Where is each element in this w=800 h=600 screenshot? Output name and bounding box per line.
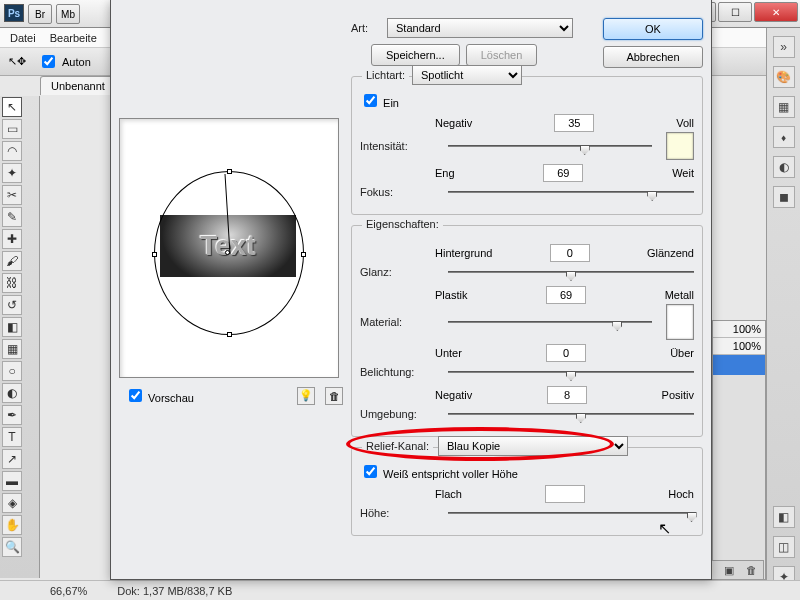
marquee-tool-icon[interactable]: ▭ [2,119,22,139]
texture-channel-select[interactable]: Blau Kopie [438,436,628,456]
properties-label: Eigenschaften: [362,218,443,230]
swatches-panel-icon[interactable]: ▦ [773,96,795,118]
heal-tool-icon[interactable]: ✚ [2,229,22,249]
texture-group: Relief-Kanal: Blau Kopie Weiß entspricht… [351,447,703,536]
channels-panel-icon[interactable]: ◫ [773,536,795,558]
ambient-color-swatch[interactable] [666,304,694,340]
trash-icon[interactable]: 🗑 [325,387,343,405]
crop-tool-icon[interactable]: ✂ [2,185,22,205]
brush-tool-icon[interactable]: 🖌 [2,251,22,271]
ambience-slider[interactable] [448,404,694,424]
shape-tool-icon[interactable]: ▬ [2,471,22,491]
preview-canvas[interactable]: Text [119,118,339,378]
delete-button[interactable]: Löschen [466,44,538,66]
stamp-tool-icon[interactable]: ⛓ [2,273,22,293]
move-tool-icon[interactable]: ↖ [2,97,22,117]
svg-line-0 [225,174,230,254]
layers-mini-panel: 100% 100% [712,320,766,580]
zoom-tool-icon[interactable]: 🔍 [2,537,22,557]
menu-file[interactable]: Datei [10,32,36,44]
auto-select-label: Auton [62,56,91,68]
masks-panel-icon[interactable]: ◼ [773,186,795,208]
status-bar: 66,67% Dok: 1,37 MB/838,7 KB [0,580,800,600]
white-high-checkbox[interactable]: Weiß entspricht voller Höhe [360,468,518,480]
hand-tool-icon[interactable]: ✋ [2,515,22,535]
intensity-slider[interactable] [448,136,652,156]
lasso-tool-icon[interactable]: ◠ [2,141,22,161]
style-label: Art: [351,22,381,34]
minibridge-badge[interactable]: Mb [56,4,80,24]
document-tab[interactable]: Unbenannt [40,76,116,95]
ambience-value[interactable]: 8 [547,386,587,404]
gloss-slider[interactable] [448,262,694,282]
maximize-button[interactable]: ☐ [718,2,752,22]
gloss-label: Glanz: [360,266,440,278]
save-button[interactable]: Speichern... [371,44,460,66]
focus-slider[interactable] [448,182,694,202]
height-value[interactable]: 100 [545,485,585,503]
material-label: Material: [360,316,440,328]
pen-tool-icon[interactable]: ✒ [2,405,22,425]
intensity-value[interactable]: 35 [554,114,594,132]
light-type-group: Lichtart: Spotlicht Ein Negativ35Voll In… [351,76,703,215]
expand-panels-icon[interactable]: » [773,36,795,58]
on-checkbox[interactable]: Ein [360,97,399,109]
tools-panel: ↖ ▭ ◠ ✦ ✂ ✎ ✚ 🖌 ⛓ ↺ ◧ ▦ ○ ◐ ✒ T ↗ ▬ ◈ ✋ … [0,96,40,578]
light-type-label: Lichtart: [362,69,409,81]
type-tool-icon[interactable]: T [2,427,22,447]
eraser-tool-icon[interactable]: ◧ [2,317,22,337]
material-slider[interactable] [448,312,652,332]
light-ellipse[interactable] [154,171,304,335]
style-select[interactable]: Standard [387,18,573,38]
right-panel-dock: » 🎨 ▦ ⬧ ◐ ◼ ◧ ◫ ✦ [766,28,800,588]
texture-label: Relief-Kanal: [362,440,433,452]
color-panel-icon[interactable]: 🎨 [773,66,795,88]
focus-value[interactable]: 69 [543,164,583,182]
intensity-label: Intensität: [360,140,440,152]
move-tool-icon[interactable]: ↖✥ [8,55,26,68]
new-layer-icon[interactable]: ▣ [721,563,737,577]
gloss-value[interactable]: 0 [550,244,590,262]
blur-tool-icon[interactable]: ○ [2,361,22,381]
path-tool-icon[interactable]: ↗ [2,449,22,469]
focus-right-label: Weit [672,167,694,179]
material-value[interactable]: 69 [546,286,586,304]
exposure-label: Belichtung: [360,366,440,378]
menu-edit[interactable]: Bearbeite [50,32,97,44]
light-color-swatch[interactable] [666,132,694,160]
lightbulb-icon[interactable]: 💡 [297,387,315,405]
intensity-left-label: Negativ [435,117,472,129]
focus-label: Fokus: [360,186,440,198]
wand-tool-icon[interactable]: ✦ [2,163,22,183]
history-brush-icon[interactable]: ↺ [2,295,22,315]
auto-select-input[interactable] [42,55,55,68]
adjustments-panel-icon[interactable]: ◐ [773,156,795,178]
preview-checkbox[interactable]: Vorschau [125,386,194,405]
cancel-button[interactable]: Abbrechen [603,46,703,68]
eyedropper-tool-icon[interactable]: ✎ [2,207,22,227]
gradient-tool-icon[interactable]: ▦ [2,339,22,359]
layers-panel-icon[interactable]: ◧ [773,506,795,528]
styles-panel-icon[interactable]: ⬧ [773,126,795,148]
bridge-badge[interactable]: Br [28,4,52,24]
layer-selected[interactable] [713,355,765,375]
properties-group: Eigenschaften: Hintergrund0Glänzend Glan… [351,225,703,437]
dodge-tool-icon[interactable]: ◐ [2,383,22,403]
height-slider[interactable] [448,503,694,523]
light-type-select[interactable]: Spotlicht [412,65,522,85]
trash-icon[interactable]: 🗑 [743,563,759,577]
exposure-slider[interactable] [448,362,694,382]
zoom-level[interactable]: 66,67% [50,585,87,597]
intensity-right-label: Voll [676,117,694,129]
exposure-value[interactable]: 0 [546,344,586,362]
opacity-value[interactable]: 100% [713,321,765,338]
fill-value[interactable]: 100% [713,338,765,355]
auto-select-checkbox[interactable]: Auton [38,52,91,71]
ambience-label: Umgebung: [360,408,440,420]
doc-info: Dok: 1,37 MB/838,7 KB [117,585,232,597]
3d-tool-icon[interactable]: ◈ [2,493,22,513]
light-dir-line [155,172,305,336]
ok-button[interactable]: OK [603,18,703,40]
lighting-effects-dialog: Text Vorschau 💡 🗑 OK [110,0,712,580]
close-button[interactable]: ✕ [754,2,798,22]
